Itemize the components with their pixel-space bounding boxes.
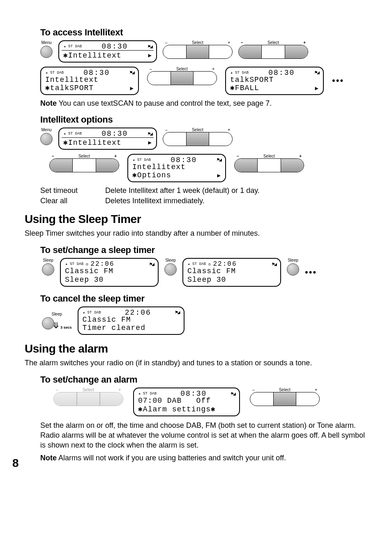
- dab-indicator: DAB: [94, 311, 101, 315]
- st-indicator: ST: [68, 132, 73, 136]
- dab-indicator: DAB: [242, 71, 249, 75]
- right-arrow-icon: ▶: [315, 85, 319, 92]
- lcd-line2: Sleep 30: [65, 276, 104, 284]
- lcd-timer-cleared: ◂STDAB 22:06 ⚑◢ Classic FM Timer cleared: [78, 306, 184, 335]
- select-pill-group: –Select+: [234, 154, 304, 172]
- diagram-alarm-set: –Select+ ◂STDAB 08:30 ⚑◢ 07:00 DAB Off ✱…: [53, 388, 367, 416]
- lcd-alarm-settings: ◂STDAB 08:30 ⚑◢ 07:00 DAB Off ✱Alarm set…: [133, 388, 240, 416]
- triangle-icon: ◂: [187, 262, 190, 267]
- heading-set-sleep: To set/change a sleep timer: [40, 245, 367, 255]
- lcd-intellitext-talksport: ◂STDAB 08:30 ⚑◢ Intellitext ✱talkSPORT▶: [40, 67, 139, 95]
- lcd-intellitext-menu: ◂STDAB 08:30 ⚑◢ ✱Intellitext▶: [58, 40, 157, 63]
- sleep-button[interactable]: [287, 263, 299, 276]
- triangle-icon: ◂: [65, 262, 67, 267]
- lcd-line2: FBALL: [235, 84, 259, 92]
- menu-label: Menu: [41, 128, 51, 132]
- clock-icon: ◷: [86, 262, 88, 267]
- heading-alarm: Using the alarm: [25, 342, 367, 355]
- minus-label: –: [237, 154, 239, 158]
- lcd-line1: Intellitext: [45, 76, 99, 84]
- triangle-icon: ◂: [230, 70, 233, 75]
- select-pill[interactable]: [250, 392, 320, 406]
- lcd-line2: talkSPORT: [50, 84, 94, 92]
- st-indicator: ST: [143, 392, 148, 396]
- diagram-intellitext-row2: ◂STDAB 08:30 ⚑◢ Intellitext ✱talkSPORT▶ …: [25, 67, 367, 95]
- plus-label: +: [118, 388, 121, 392]
- st-indicator: ST: [137, 158, 142, 162]
- plus-label: +: [228, 40, 230, 45]
- lcd-intellitext-menu: ◂STDAB 08:30 ⚑◢ ✱Intellitext▶: [58, 128, 157, 150]
- heading-cancel-sleep: To cancel the sleep timer: [40, 293, 367, 304]
- menu-button[interactable]: [40, 46, 53, 58]
- heading-set-alarm: To set/change an alarm: [40, 374, 367, 385]
- dab-indicator: DAB: [75, 44, 82, 49]
- st-indicator: ST: [68, 44, 73, 49]
- lcd-line2: Sleep 30: [187, 276, 226, 284]
- lcd-line1: talkSPORT: [230, 76, 274, 84]
- lcd-line2: Timer cleared: [83, 324, 145, 332]
- sleep-label: Sleep: [288, 258, 298, 262]
- sleep-button-hold-group: Sleep ⤋ 3 secs: [42, 312, 72, 330]
- select-label: Select: [176, 67, 188, 71]
- heading-sleep-timer: Using the Sleep Timer: [25, 213, 367, 226]
- menu-button-group: Menu: [40, 128, 53, 145]
- menu-button[interactable]: [40, 133, 53, 145]
- minus-label: –: [165, 40, 168, 45]
- select-label: Select: [263, 154, 275, 158]
- signal-icon: ⚑◢: [315, 70, 319, 76]
- dab-indicator: DAB: [57, 71, 64, 75]
- select-pill[interactable]: [163, 45, 233, 59]
- sleep-button[interactable]: [164, 263, 177, 276]
- diagram-sleep-cancel: Sleep ⤋ 3 secs ◂STDAB 22:06 ⚑◢ Classic F…: [42, 306, 367, 335]
- hold-duration: 3 secs: [60, 325, 72, 330]
- dab-indicator: DAB: [75, 132, 82, 136]
- ellipsis: •••: [305, 267, 317, 278]
- select-label: Select: [279, 388, 291, 392]
- st-indicator: ST: [235, 71, 240, 75]
- signal-icon: ⚑◢: [231, 391, 235, 397]
- signal-icon: ⚑◢: [175, 309, 179, 316]
- select-label: Select: [192, 128, 203, 132]
- select-pill[interactable]: [49, 158, 119, 172]
- sleep-label: Sleep: [51, 312, 62, 316]
- signal-icon: ⚑◢: [148, 131, 152, 137]
- signal-icon: ⚑◢: [272, 261, 276, 267]
- plus-label: +: [212, 67, 214, 71]
- select-pill-group: –Select+: [250, 388, 320, 406]
- lcd-sleep30: ◂STDAB ◷22:06 ⚑◢ Classic FM Sleep 30: [182, 258, 281, 286]
- plus-label: +: [114, 154, 117, 158]
- select-pill-disabled: –Select+: [53, 388, 123, 406]
- option-key: Clear all: [40, 197, 94, 205]
- right-arrow-icon: ▶: [217, 172, 221, 179]
- select-pill[interactable]: [238, 45, 308, 59]
- option-row-clearall: Clear all Deletes Intellitext immediatel…: [40, 197, 367, 205]
- heading-intellitext-options: Intellitext options: [40, 114, 367, 125]
- st-indicator: ST: [192, 262, 197, 266]
- select-pill-group: –Select+: [163, 128, 233, 146]
- dab-indicator: DAB: [77, 262, 83, 266]
- lcd-talksport-fball: ◂STDAB 08:30 ⚑◢ talkSPORT ✱FBALL▶: [225, 67, 324, 95]
- lcd-line1: 07:00 DAB Off: [138, 397, 211, 405]
- minus-label: –: [252, 388, 255, 392]
- select-pill[interactable]: [234, 158, 304, 172]
- select-pill[interactable]: [53, 392, 123, 406]
- triangle-icon: ◂: [63, 44, 66, 49]
- plus-label: +: [303, 40, 306, 45]
- right-arrow-icon: ▶: [148, 52, 152, 59]
- alarm-body: Set the alarm on or off, the time and ch…: [40, 420, 367, 450]
- select-pill-group: –Select+: [163, 40, 233, 59]
- select-pill[interactable]: [147, 71, 217, 85]
- ellipsis: •••: [332, 75, 344, 86]
- st-indicator: ST: [88, 311, 92, 315]
- sleep-label: Sleep: [43, 258, 53, 262]
- minus-label: –: [56, 388, 58, 392]
- sleep-button[interactable]: [42, 263, 54, 276]
- select-label: Select: [192, 40, 203, 45]
- triangle-icon: ◂: [83, 310, 85, 315]
- st-indicator: ST: [70, 262, 74, 266]
- sleep-button-group: Sleep: [42, 258, 54, 276]
- select-pill[interactable]: [163, 132, 233, 146]
- minus-label: –: [52, 154, 54, 158]
- minus-label: –: [241, 40, 243, 45]
- signal-icon: ⚑◢: [217, 157, 221, 163]
